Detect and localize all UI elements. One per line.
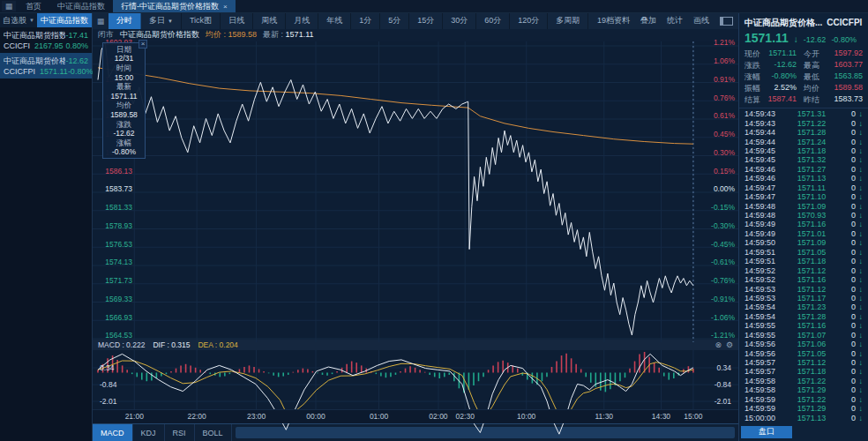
quote-grid-cell: 结算1587.41: [745, 94, 804, 106]
percent-axis-label: 1.21%: [704, 39, 735, 47]
top-tab[interactable]: 首页: [18, 0, 49, 12]
toolbar-period-button[interactable]: 分时: [108, 13, 141, 29]
tape-time: 14:59:49: [745, 220, 785, 228]
percent-axis-label: 0.91%: [704, 76, 735, 84]
toolbar-link[interactable]: 统计: [667, 15, 683, 26]
watchlist-item-price: 1571.11: [40, 66, 68, 77]
down-arrow-icon: ↓: [856, 358, 863, 367]
indicator-tab-macd[interactable]: MACD: [93, 424, 133, 441]
watchlist-group-dropdown-label: 自选股: [3, 15, 26, 26]
toolbar-period-button[interactable]: 5分: [380, 13, 409, 29]
tape-volume: 0: [838, 146, 856, 155]
layout-grid-icon[interactable]: ▦: [93, 13, 108, 29]
quote-detail-grid: 现价1571.11今开1597.92涨跌-12.62最高1603.77涨幅-0.…: [739, 45, 868, 108]
quote-field-label: 涨幅: [745, 71, 767, 83]
macd-axis-label: 0.34: [716, 363, 731, 372]
tape-row: 14:59:491571.160↓: [745, 220, 863, 228]
toolbar-period-button[interactable]: 多日▼: [141, 13, 182, 29]
watchlist-group-dropdown[interactable]: 自选股 ▼: [0, 13, 37, 27]
tape-price: 1571.12: [785, 285, 838, 294]
toolbar-period-label: 分时: [116, 15, 132, 26]
toolbar-link[interactable]: 画线: [693, 15, 709, 26]
tape-time: 14:59:58: [745, 385, 785, 394]
tape-time: 14:59:55: [745, 321, 785, 330]
order-book-button[interactable]: 盘口: [741, 426, 792, 438]
down-arrow-icon: ↓: [856, 138, 863, 146]
toolbar-period-button[interactable]: 周线: [253, 13, 286, 29]
quote-name: 中证商品期货价格...: [745, 17, 822, 29]
toolbar-period-button[interactable]: 1分: [351, 13, 380, 29]
tape-time: 14:59:57: [745, 358, 785, 367]
close-icon[interactable]: ×: [138, 40, 147, 49]
down-arrow-icon: ↓: [856, 331, 863, 340]
tape-row: 14:59:461571.270↓: [745, 165, 863, 174]
indicator-tab-kdj[interactable]: KDJ: [133, 424, 165, 441]
quote-field-label: 现价: [745, 49, 767, 60]
tape-time: 14:59:58: [745, 377, 785, 385]
tape-time: 14:59:53: [745, 294, 785, 303]
watchlist-group-tab[interactable]: 中证商品指数: [37, 13, 92, 27]
quote-grid-cell: 昨结1583.73: [804, 94, 863, 106]
toolbar-link[interactable]: 19档资料: [597, 15, 630, 26]
down-arrow-icon: ↓: [856, 109, 863, 118]
down-arrow-icon: ↓: [856, 285, 863, 294]
quote-panel: 中证商品期货价格... CCICFPI 1571.11 ↓ -12.62 -0.…: [738, 13, 868, 441]
tooltip-value: 1571.11: [103, 92, 145, 101]
tape-price: 1571.01: [785, 229, 838, 238]
quote-grid-row: 结算1587.41昨结1583.73: [745, 94, 863, 106]
tape-price: 1571.22: [785, 119, 838, 128]
close-tab-icon[interactable]: ×: [223, 3, 228, 11]
watchlist-item[interactable]: 中证商品期货指数-17.41CCICFI2167.950.80%: [0, 27, 92, 53]
macd-axis-label: 0.34: [100, 363, 115, 372]
watchlist-item[interactable]: 中证商品期货价格指数-12.62CCICFPI1571.11-0.80%: [0, 53, 92, 78]
tape-time: 14:59:43: [745, 119, 785, 128]
tape-price: 1571.13: [785, 174, 838, 183]
tape-price: 1571.22: [785, 377, 838, 385]
toolbar-period-button[interactable]: 年线: [318, 13, 351, 29]
tooltip-label: 最新: [103, 82, 145, 92]
tape-price: 1571.12: [785, 358, 838, 367]
tape-volume: 0: [838, 312, 856, 321]
toolbar-period-button[interactable]: Tick图: [182, 13, 221, 29]
macd-chart[interactable]: 0.340.34-0.84-0.84-2.01-2.01: [93, 350, 738, 409]
tape-time: 14:59:43: [745, 109, 785, 118]
tooltip-value: 15:00: [103, 73, 145, 83]
toolbar-period-button[interactable]: 月线: [286, 13, 318, 29]
toolbar-period-button[interactable]: 15分: [409, 13, 443, 29]
tape-price: 1571.10: [785, 192, 838, 201]
tape-time: 14:59:46: [745, 174, 785, 183]
panel-toggle-icon[interactable]: [720, 17, 733, 26]
tape-price: 1571.05: [785, 248, 838, 257]
percent-axis-label: -0.45%: [704, 241, 735, 249]
top-tab[interactable]: 中证商品指数: [49, 0, 113, 12]
tape-volume: 0: [838, 192, 856, 201]
minute-chart[interactable]: × 日期12/31时间15:00最新1571.11均价1589.58涨跌-12.…: [93, 41, 738, 340]
bottom-scrollbar[interactable]: [236, 427, 735, 438]
quote-change: -12.62: [804, 35, 827, 44]
toolbar-period-button[interactable]: 日线: [221, 13, 253, 29]
indicator-tab-boll[interactable]: BOLL: [195, 424, 232, 441]
toolbar-period-button[interactable]: 120分: [510, 13, 548, 29]
indicator-tabs: MACDKDJRSIBOLL: [93, 424, 232, 441]
time-and-sales-list[interactable]: 14:59:431571.310↓14:59:431571.220↓14:59:…: [739, 108, 868, 424]
toolbar-period-button[interactable]: 30分: [443, 13, 476, 29]
time-axis-label: 22:00: [188, 412, 206, 421]
down-arrow-icon: ↓: [856, 312, 863, 321]
down-arrow-icon: ↓: [856, 275, 863, 284]
watchlist-item-code: CCICFPI: [4, 66, 35, 77]
indicator-tab-rsi[interactable]: RSI: [165, 424, 195, 441]
down-arrow-icon: ↓: [856, 257, 863, 265]
tape-volume: 0: [838, 349, 856, 358]
app-grid-icon[interactable]: ▦: [2, 1, 16, 11]
top-tab[interactable]: 行情-中证商品期货价格指数×: [113, 0, 236, 12]
tape-row: 14:59:591571.290↓: [745, 404, 863, 413]
tape-volume: 0: [838, 220, 856, 228]
down-arrow-icon: ↓: [856, 128, 863, 137]
quote-grid-cell: 涨跌-12.62: [745, 60, 804, 71]
avg-price-label: 均价 : 1589.58: [206, 29, 257, 41]
toolbar-link[interactable]: 叠加: [640, 15, 656, 26]
toolbar-period-button[interactable]: 多周期: [548, 13, 588, 29]
tape-time: 14:59:44: [745, 138, 785, 146]
percent-axis-label: -1.21%: [704, 332, 735, 340]
toolbar-period-button[interactable]: 60分: [476, 13, 510, 29]
